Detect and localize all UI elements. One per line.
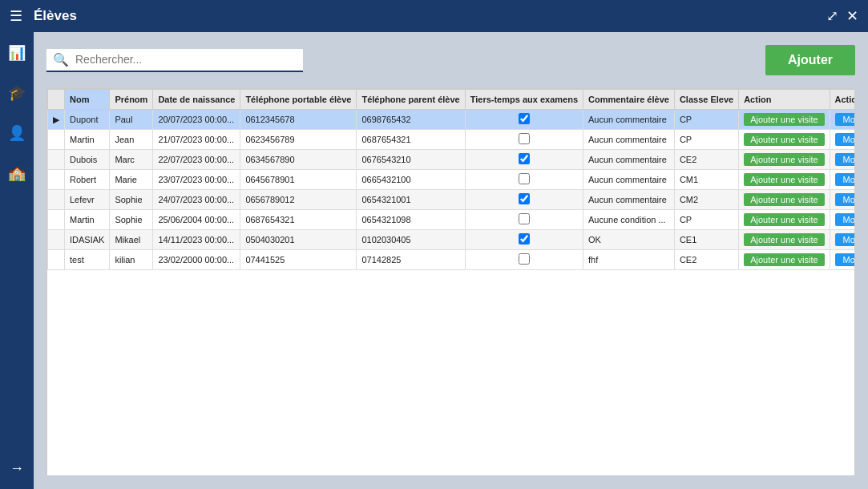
- add-visite-button[interactable]: Ajouter une visite: [744, 253, 824, 266]
- page-title: Élèves: [34, 8, 826, 24]
- row-arrow: [48, 230, 65, 250]
- col-header-tel-portable: Téléphone portable élève: [240, 90, 357, 110]
- cell-date-naissance: 20/07/2023 00:00...: [153, 110, 240, 130]
- col-header-tel-parent: Téléphone parent élève: [357, 90, 465, 110]
- tiers-temps-checkbox[interactable]: [519, 233, 530, 244]
- modifier-button[interactable]: Modifier: [835, 113, 855, 126]
- cell-prenom: Paul: [110, 110, 153, 130]
- col-header-date: Date de naissance: [153, 90, 240, 110]
- modifier-button[interactable]: Modifier: [835, 233, 855, 246]
- cell-classe: CE2: [674, 250, 738, 270]
- top-controls: 🔍 Ajouter: [46, 45, 855, 75]
- cell-action-modifier: Modifier: [830, 210, 855, 230]
- cell-nom: Robert: [65, 170, 110, 190]
- cell-tel-parent: 0676543210: [357, 150, 465, 170]
- add-visite-button[interactable]: Ajouter une visite: [744, 173, 824, 186]
- add-visite-button[interactable]: Ajouter une visite: [744, 153, 824, 166]
- sidebar-item-user[interactable]: 👤: [4, 120, 30, 146]
- col-header-action1: Action: [739, 90, 830, 110]
- cell-nom: test: [65, 250, 110, 270]
- sidebar-item-chart[interactable]: 📊: [4, 40, 30, 66]
- cell-tel-portable: 07441525: [240, 250, 357, 270]
- cell-action-modifier: Modifier: [830, 130, 855, 150]
- cell-action-visite: Ajouter une visite: [739, 130, 830, 150]
- cell-date-naissance: 21/07/2023 00:00...: [153, 130, 240, 150]
- main-layout: 📊 🎓 👤 🏫 → 🔍 Ajouter: [0, 32, 868, 489]
- table-header-row: Nom Prénom Date de naissance Téléphone p…: [48, 90, 856, 110]
- sidebar-item-building[interactable]: 🏫: [4, 160, 30, 186]
- cell-classe: CM2: [674, 190, 738, 210]
- table-row: DuboisMarc22/07/2023 00:00...06345678900…: [48, 150, 856, 170]
- cell-tel-parent: 0654321001: [357, 190, 465, 210]
- cell-tel-portable: 0645678901: [240, 170, 357, 190]
- table-body: ▶DupontPaul20/07/2023 00:00...0612345678…: [48, 110, 856, 270]
- modifier-button[interactable]: Modifier: [835, 153, 855, 166]
- cell-action-visite: Ajouter une visite: [739, 190, 830, 210]
- cell-date-naissance: 23/02/2000 00:00...: [153, 250, 240, 270]
- search-input[interactable]: [75, 53, 276, 66]
- cell-action-visite: Ajouter une visite: [739, 110, 830, 130]
- sidebar-item-logout[interactable]: →: [4, 455, 30, 481]
- cell-classe: CP: [674, 110, 738, 130]
- cell-tel-parent: 0698765432: [357, 110, 465, 130]
- cell-tiers-temps: [465, 250, 583, 270]
- cell-tiers-temps: [465, 130, 583, 150]
- cell-action-modifier: Modifier: [830, 250, 855, 270]
- cell-action-visite: Ajouter une visite: [739, 170, 830, 190]
- sidebar-item-graduation[interactable]: 🎓: [4, 80, 30, 106]
- modifier-button[interactable]: Modifier: [835, 253, 855, 266]
- add-button[interactable]: Ajouter: [765, 45, 855, 75]
- cell-tiers-temps: [465, 210, 583, 230]
- cell-prenom: Marie: [110, 170, 153, 190]
- cell-action-visite: Ajouter une visite: [739, 230, 830, 250]
- cell-classe: CE1: [674, 230, 738, 250]
- tiers-temps-checkbox[interactable]: [519, 113, 530, 124]
- cell-prenom: Sophie: [110, 210, 153, 230]
- add-visite-button[interactable]: Ajouter une visite: [744, 213, 824, 226]
- table-row: RobertMarie23/07/2023 00:00...0645678901…: [48, 170, 856, 190]
- modifier-button[interactable]: Modifier: [835, 133, 855, 146]
- sidebar: 📊 🎓 👤 🏫 →: [0, 32, 34, 489]
- cell-action-visite: Ajouter une visite: [739, 250, 830, 270]
- row-arrow: [48, 130, 65, 150]
- tiers-temps-checkbox[interactable]: [519, 133, 530, 144]
- row-arrow: [48, 190, 65, 210]
- topbar: ☰ Élèves ⤢ ✕: [0, 0, 868, 32]
- cell-tiers-temps: [465, 150, 583, 170]
- fullscreen-icon[interactable]: ⤢: [826, 7, 838, 25]
- cell-nom: Dubois: [65, 150, 110, 170]
- add-visite-button[interactable]: Ajouter une visite: [744, 233, 824, 246]
- tiers-temps-checkbox[interactable]: [519, 213, 530, 224]
- cell-date-naissance: 25/06/2004 00:00...: [153, 210, 240, 230]
- cell-tel-portable: 0634567890: [240, 150, 357, 170]
- cell-nom: IDASIAK: [65, 230, 110, 250]
- close-icon[interactable]: ✕: [846, 7, 858, 25]
- hamburger-icon[interactable]: ☰: [10, 7, 22, 25]
- tiers-temps-checkbox[interactable]: [519, 173, 530, 184]
- cell-action-visite: Ajouter une visite: [739, 210, 830, 230]
- modifier-button[interactable]: Modifier: [835, 193, 855, 206]
- table-row: LefevrSophie24/07/2023 00:00...065678901…: [48, 190, 856, 210]
- col-header-classe: Classe Eleve: [674, 90, 738, 110]
- add-visite-button[interactable]: Ajouter une visite: [744, 193, 824, 206]
- table-row: testkilian23/02/2000 00:00...07441525071…: [48, 250, 856, 270]
- tiers-temps-checkbox[interactable]: [519, 253, 530, 265]
- add-visite-button[interactable]: Ajouter une visite: [744, 133, 824, 146]
- cell-tel-portable: 0656789012: [240, 190, 357, 210]
- table-row: MartinJean21/07/2023 00:00...06234567890…: [48, 130, 856, 150]
- topbar-actions: ⤢ ✕: [826, 7, 858, 25]
- add-visite-button[interactable]: Ajouter une visite: [744, 113, 824, 126]
- cell-tiers-temps: [465, 170, 583, 190]
- app-container: ☰ Élèves ⤢ ✕ 📊 🎓 👤 🏫 → 🔍 Ajouter: [0, 0, 868, 489]
- modifier-button[interactable]: Modifier: [835, 173, 855, 186]
- col-header-arrow: [48, 90, 65, 110]
- cell-nom: Dupont: [65, 110, 110, 130]
- cell-classe: CE2: [674, 150, 738, 170]
- row-arrow: [48, 150, 65, 170]
- tiers-temps-checkbox[interactable]: [519, 153, 530, 164]
- cell-action-modifier: Modifier: [830, 110, 855, 130]
- cell-tel-parent: 0687654321: [357, 130, 465, 150]
- modifier-button[interactable]: Modifier: [835, 213, 855, 226]
- table-wrapper: Nom Prénom Date de naissance Téléphone p…: [46, 88, 855, 476]
- tiers-temps-checkbox[interactable]: [519, 193, 530, 204]
